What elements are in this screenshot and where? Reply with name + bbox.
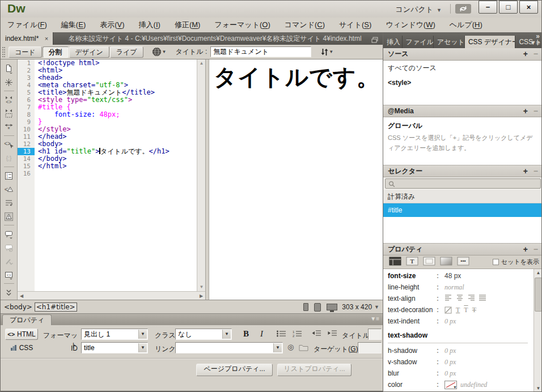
sync-settings-icon[interactable] [455,4,471,14]
css-property-row[interactable]: line-height:normal [383,282,533,293]
css-property-row[interactable]: color:▼undefined [383,379,533,390]
layout-category-icon[interactable] [389,257,401,268]
bold-button[interactable]: B [243,329,249,339]
more-options-icon[interactable] [3,286,15,299]
code-line-15[interactable]: 15</html> [18,163,205,170]
select-parent-tag-icon[interactable]: <> [3,138,15,151]
expand-all-icon[interactable]: * [3,120,15,134]
panel-tab-CSS デザイナー[interactable]: CSS デザイナー [465,36,516,48]
browse-folder-icon[interactable] [299,343,308,353]
target-field[interactable] [358,342,382,353]
show-head-content-icon[interactable] [3,75,15,89]
selectors-section-header[interactable]: セレクター + − [383,165,542,177]
link-combo[interactable]: ▼ [175,342,283,353]
close-button[interactable]: × [519,1,538,14]
tag-selector-h1-title[interactable]: <h1#title> [35,302,77,312]
add-source-icon[interactable]: + [523,48,528,59]
syntax-error-alerts-icon[interactable] [3,210,15,223]
css-property-value[interactable]: 0 px [444,317,456,326]
menu-item-0[interactable]: ファイル(F) [7,20,47,30]
source-item-style[interactable]: <style> [383,75,542,90]
scroll-right-icon[interactable]: ▶ [197,292,205,300]
design-view[interactable]: タイトルです。 [209,59,383,300]
add-selector-icon[interactable]: + [523,165,528,177]
code-horizontal-scrollbar[interactable]: ◀ ▶ [18,291,205,300]
css-property-row[interactable]: text-decoration:TTT [383,304,533,316]
css-property-value[interactable]: 0 px [444,347,456,355]
inspector-tab[interactable]: プロパティ [2,314,52,325]
id-combo[interactable]: title▼ [81,342,148,353]
code-view[interactable]: 1<!doctype html>2<html>3<head>4<meta cha… [18,59,206,300]
highlight-invalid-code-icon[interactable]: < [3,182,15,196]
view-button-分割[interactable]: 分割 [43,46,69,58]
preview-globe-icon[interactable]: ▼ [152,47,167,57]
title-field[interactable] [368,329,382,340]
chevron-down-icon[interactable]: ▼ [222,330,231,339]
format-combo[interactable]: 見出し 1▼ [81,329,148,340]
menu-item-2[interactable]: 表示(V) [100,20,124,30]
show-set-checkbox[interactable] [493,259,499,265]
phone-preview-icon[interactable] [303,303,308,311]
border-category-icon[interactable] [423,257,435,268]
view-button-デザイン[interactable]: デザイン [69,46,109,58]
unordered-list-icon[interactable] [276,330,286,340]
move-css-rule-icon[interactable]: <> [3,268,15,282]
sources-section-header[interactable]: ソース + − [383,48,542,61]
menu-item-7[interactable]: サイト(S) [339,20,371,30]
selector-title[interactable]: #title [383,203,542,217]
css-property-row[interactable]: font-size:48 px [383,270,533,282]
media-section-header[interactable]: @Media + − [383,105,542,117]
design-heading[interactable]: タイトルです。 [214,62,383,93]
menu-item-9[interactable]: ヘルプ(H) [450,20,482,30]
selector-search-input[interactable] [385,178,541,189]
point-to-file-icon[interactable]: ◎ [287,343,294,351]
css-property-value[interactable]: undefined [460,381,487,389]
background-category-icon[interactable] [440,257,452,268]
menu-item-5[interactable]: フォーマット(O) [214,20,270,30]
css-property-row[interactable]: blur:0 px [383,368,533,379]
scrollbar-thumb[interactable] [535,278,542,312]
view-button-コード[interactable]: コード [9,46,42,58]
line-numbers-icon[interactable]: 12 [3,169,15,182]
menu-item-8[interactable]: ウィンドウ(W) [386,20,435,30]
outdent-icon[interactable] [311,330,321,340]
file-management-icon[interactable]: ▼ [320,48,333,57]
desktop-preview-icon[interactable] [327,304,337,310]
text-category-icon[interactable]: T [406,257,418,268]
document-tab[interactable]: index.html* × [1,32,53,45]
html-mode-button[interactable]: <>HTML [5,329,38,340]
tag-selector-body[interactable]: <body> [4,303,32,311]
ordered-list-icon[interactable]: 12 [292,330,302,340]
word-wrap-icon[interactable] [3,196,15,210]
menu-item-6[interactable]: コマンド(C) [285,20,325,30]
scroll-up-icon[interactable]: ▲ [197,59,205,67]
css-property-row[interactable]: text-indent:0 px [383,316,533,327]
source-item-all[interactable]: すべてのソース [383,61,542,75]
maximize-button[interactable]: □ [499,1,518,14]
page-properties-button[interactable]: ページプロパティ... [196,364,273,376]
css-property-value[interactable]: normal [444,283,464,292]
minimize-button[interactable]: − [479,1,497,14]
scroll-left-icon[interactable]: ◀ [18,292,26,300]
color-swatch[interactable]: ▼ [444,381,457,389]
code-line-16[interactable]: 16 [18,170,205,177]
collapse-selection-icon[interactable] [3,106,15,120]
view-button-ライブ[interactable]: ライブ [110,46,143,58]
panel-menu-icon[interactable]: ▼≡ [530,39,540,46]
scroll-up-icon[interactable]: ▲ [534,269,542,277]
css-property-value[interactable]: 0 px [444,358,456,367]
css-property-row[interactable]: h-shadow:0 px [383,345,533,356]
class-combo[interactable]: なし▼ [175,329,232,340]
css-property-value[interactable]: 0 px [444,369,456,378]
restore-down-icon[interactable] [371,35,378,45]
css-property-value[interactable]: 48 px [444,272,461,280]
viewport-size[interactable]: 303 x 420 [342,303,372,311]
menu-item-3[interactable]: 挿入(I) [139,20,160,30]
chevron-down-icon[interactable]: ▼ [138,343,147,352]
css-mode-button[interactable]: CSS [5,342,38,353]
add-media-icon[interactable]: + [523,105,528,117]
text-decoration-icons[interactable]: TTT [444,306,480,314]
chevron-down-icon[interactable]: ▼ [273,343,282,352]
tablet-preview-icon[interactable] [314,303,321,312]
document-title-input[interactable] [210,46,311,57]
